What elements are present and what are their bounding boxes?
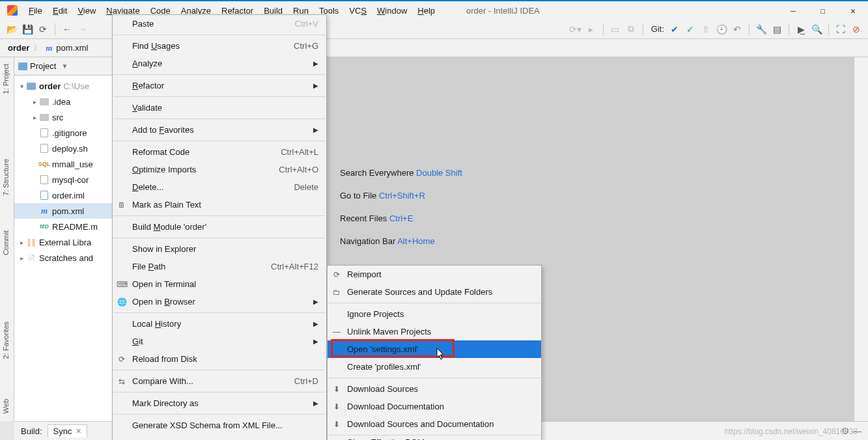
menu-item[interactable]: Git ▶ <box>113 333 326 350</box>
tree-root[interactable]: ▾ order C:\Use <box>14 78 124 94</box>
tree-item[interactable]: order.iml <box>14 187 124 203</box>
tab-structure[interactable]: 7: Structure <box>0 155 12 200</box>
menu-window[interactable]: Window <box>372 3 412 18</box>
crumb-root[interactable]: order <box>8 43 29 53</box>
back-icon[interactable]: ← <box>61 23 74 36</box>
git-commit-icon[interactable]: ✓ <box>684 23 697 36</box>
expand-icon[interactable]: ▸ <box>30 98 39 105</box>
tree-root-path: C:\Use <box>63 81 89 91</box>
file-icon <box>39 144 49 153</box>
context-menu[interactable]: Paste Ctrl+V Find Usages Ctrl+G Analyze … <box>112 14 327 440</box>
git-update-icon[interactable]: ✔ <box>668 23 681 36</box>
stop-icon[interactable]: ⊘ <box>850 23 863 36</box>
menu-item[interactable]: File Path Ctrl+Alt+F12 <box>113 258 326 275</box>
menu-item[interactable]: ◯ Create Gist... <box>113 434 326 440</box>
git-revert-icon[interactable]: ↶ <box>731 23 744 36</box>
tab-favorites[interactable]: 2: Favorites <box>0 318 12 363</box>
menu-item[interactable]: 🗎 Mark as Plain Text <box>113 196 326 213</box>
menu-file[interactable]: File <box>23 3 48 18</box>
search-icon[interactable]: 🔍 <box>810 23 823 36</box>
menu-item-label: Reformat Code <box>132 147 189 157</box>
submenu-item[interactable]: — Unlink Maven Projects <box>328 323 541 340</box>
tree-external-libraries[interactable]: ▸ ║║ External Libra <box>14 234 124 250</box>
project-tree[interactable]: ▾ order C:\Use ▸ .idea ▸ src .gitignore … <box>14 76 124 268</box>
menu-view[interactable]: View <box>72 3 101 18</box>
menu-item-label: Download Sources and Documentation <box>347 419 494 429</box>
close-button[interactable]: ✕ <box>838 1 868 20</box>
submenu-item[interactable]: ⬇ Download Documentation <box>328 398 541 415</box>
git-push-icon[interactable]: ⇧ <box>699 23 712 36</box>
tree-item[interactable]: ▸ .idea <box>14 94 124 109</box>
device-icon[interactable]: ▭ <box>609 23 622 36</box>
minimize-button[interactable]: — <box>778 1 808 20</box>
submenu-item[interactable]: ⬇ Download Sources and Documentation <box>328 415 541 433</box>
tree-item[interactable]: MD README.m <box>14 219 124 234</box>
maximize-button[interactable]: ☐ <box>808 1 838 20</box>
tab-project[interactable]: 1: Project <box>0 60 12 98</box>
tree-label: mysql-cor <box>52 175 89 185</box>
submenu-item[interactable]: ⟳ Reimport <box>328 266 541 283</box>
run-anything-icon[interactable]: ▶̲ <box>794 23 807 36</box>
menu-item[interactable]: 🌐 Open in Browser ▶ <box>113 293 326 310</box>
open-icon[interactable]: 📂 <box>5 23 18 36</box>
maven-submenu[interactable]: ⟳ Reimport 🗀 Generate Sources and Update… <box>327 265 542 440</box>
tree-item[interactable]: mysql-cor <box>14 172 124 187</box>
menu-item-label: Compare With... <box>132 376 193 386</box>
menu-item[interactable]: Generate XSD Schema from XML File... <box>113 417 326 434</box>
forward-icon[interactable]: → <box>76 23 89 36</box>
menu-item[interactable]: ⟳ Reload from Disk <box>113 350 326 368</box>
menu-item[interactable]: Show in Explorer <box>113 240 326 258</box>
submenu-item[interactable]: 🗀 Generate Sources and Update Folders <box>328 283 541 301</box>
menu-item[interactable]: Find Usages Ctrl+G <box>113 37 326 55</box>
structure-icon[interactable]: ▤ <box>770 23 783 36</box>
expand-icon[interactable]: ▾ <box>17 83 26 90</box>
submenu-item[interactable]: Create 'profiles.xml' <box>328 358 541 376</box>
menu-item[interactable]: Local History ▶ <box>113 315 326 333</box>
save-icon[interactable]: 💾 <box>21 23 34 36</box>
menu-item[interactable]: Add to Favorites ▶ <box>113 121 326 139</box>
tree-item[interactable]: deploy.sh <box>14 141 124 156</box>
menu-item[interactable]: Optimize Imports Ctrl+Alt+O <box>113 161 326 178</box>
menu-edit[interactable]: Edit <box>48 3 72 18</box>
menu-item[interactable]: Reformat Code Ctrl+Alt+L <box>113 143 326 161</box>
run-icon[interactable]: ▸ <box>585 23 598 36</box>
attach-icon[interactable]: ⧉ <box>624 23 637 36</box>
build-tab-sync[interactable]: Sync ✕ <box>48 424 88 437</box>
submenu-item[interactable]: Open 'settings.xml' <box>328 340 541 358</box>
download-icon: ⬇ <box>331 402 342 412</box>
reload-icon[interactable]: ⟳ <box>36 23 49 36</box>
menu-item[interactable]: ⌨ Open in Terminal <box>113 275 326 293</box>
close-tab-icon[interactable]: ✕ <box>76 427 81 435</box>
tree-item[interactable]: m pom.xml <box>14 203 124 219</box>
settings-icon[interactable]: 🔧 <box>755 23 768 36</box>
menu-item-label: Reimport <box>347 269 382 279</box>
menu-vcs[interactable]: VCS <box>344 3 372 18</box>
tree-item[interactable]: ▸ src <box>14 109 124 125</box>
menu-item[interactable]: Refactor ▶ <box>113 77 326 94</box>
tree-label: External Libra <box>39 238 91 247</box>
tree-item[interactable]: .gitignore <box>14 125 124 141</box>
crumb-file[interactable]: pom.xml <box>56 43 88 53</box>
submenu-item[interactable]: Show Effective POM <box>328 437 541 440</box>
submenu-item[interactable]: ⬇ Download Sources <box>328 380 541 398</box>
menu-item[interactable]: Build Module 'order' <box>113 218 326 236</box>
editor-hint: Navigation Bar Alt+Home <box>340 236 435 246</box>
tab-commit[interactable]: Commit <box>0 227 12 259</box>
menu-item[interactable]: Validate <box>113 99 326 117</box>
menu-item[interactable]: ⇆ Compare With... Ctrl+D <box>113 372 326 390</box>
menu-item[interactable]: Analyze ▶ <box>113 55 326 72</box>
expand-icon[interactable]: ▸ <box>30 114 39 121</box>
tree-item[interactable]: SQL mmall_use <box>14 156 124 172</box>
project-header[interactable]: Project ▼ <box>14 57 124 76</box>
menu-item[interactable]: Delete... Delete <box>113 178 326 196</box>
menu-help[interactable]: Help <box>412 3 440 18</box>
git-history-icon[interactable]: 🕘 <box>715 23 728 36</box>
submenu-item[interactable]: Ignore Projects <box>328 305 541 323</box>
profiler-icon[interactable]: ⛶ <box>834 23 847 36</box>
chevron-down-icon[interactable]: ▼ <box>61 62 68 70</box>
expand-icon[interactable]: ▸ <box>17 254 26 262</box>
tree-scratches[interactable]: ▸ 📄 Scratches and <box>14 250 124 266</box>
build-icon[interactable]: ⟳▾ <box>569 23 582 36</box>
expand-icon[interactable]: ▸ <box>17 239 26 246</box>
tab-web[interactable]: Web <box>0 395 12 417</box>
